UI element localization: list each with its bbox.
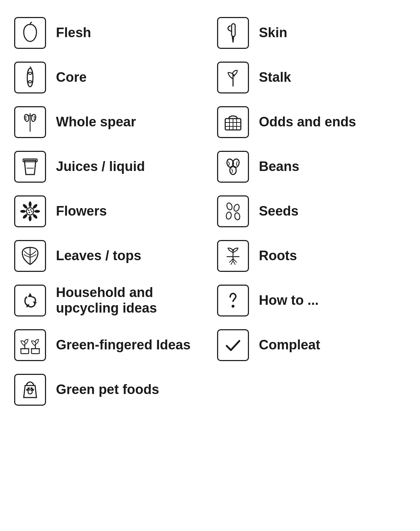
item-roots[interactable]: Roots bbox=[210, 234, 413, 278]
item-seeds[interactable]: Seeds bbox=[210, 189, 413, 234]
household-icon bbox=[14, 285, 46, 316]
svg-point-36 bbox=[22, 203, 28, 209]
item-juices[interactable]: Juices / liquid bbox=[7, 144, 210, 189]
item-flowers[interactable]: Flowers bbox=[7, 189, 210, 234]
item-household[interactable]: Household and upcycling ideas bbox=[7, 278, 210, 323]
how-to-label: How to ... bbox=[259, 293, 319, 308]
beans-label: Beans bbox=[259, 159, 299, 175]
svg-rect-50 bbox=[21, 349, 29, 354]
main-grid: Flesh Skin Core bbox=[7, 11, 413, 412]
green-pet-icon bbox=[14, 374, 46, 406]
leaves-icon bbox=[14, 240, 46, 272]
household-label: Household and upcycling ideas bbox=[56, 285, 203, 316]
flowers-icon bbox=[14, 195, 46, 227]
svg-point-32 bbox=[32, 213, 38, 219]
svg-point-30 bbox=[32, 203, 38, 209]
item-whole-spear[interactable]: Whole spear bbox=[7, 100, 210, 144]
roots-label: Roots bbox=[259, 248, 297, 264]
item-flesh[interactable]: Flesh bbox=[7, 11, 210, 55]
svg-point-33 bbox=[29, 216, 32, 221]
flesh-icon bbox=[14, 17, 46, 49]
svg-point-38 bbox=[28, 210, 29, 211]
compleat-label: Compleat bbox=[259, 337, 320, 353]
item-skin[interactable]: Skin bbox=[210, 11, 413, 55]
roots-icon bbox=[217, 240, 249, 272]
svg-point-1 bbox=[28, 72, 32, 74]
svg-point-27 bbox=[230, 166, 236, 175]
core-label: Core bbox=[56, 70, 87, 85]
item-odds-and-ends[interactable]: Odds and ends bbox=[210, 100, 413, 144]
how-to-icon bbox=[217, 285, 249, 316]
core-icon bbox=[14, 62, 46, 93]
seeds-icon bbox=[217, 195, 249, 227]
green-pet-label: Green pet foods bbox=[56, 382, 159, 398]
svg-rect-53 bbox=[32, 349, 39, 354]
svg-point-35 bbox=[20, 210, 26, 213]
item-core[interactable]: Core bbox=[7, 55, 210, 100]
compleat-icon bbox=[217, 329, 249, 361]
svg-point-59 bbox=[28, 387, 30, 389]
item-green-pet[interactable]: Green pet foods bbox=[7, 367, 210, 412]
seeds-label: Seeds bbox=[259, 204, 299, 219]
svg-point-21 bbox=[27, 160, 28, 161]
juices-icon bbox=[14, 151, 46, 183]
flesh-label: Flesh bbox=[56, 25, 91, 41]
svg-point-45 bbox=[234, 212, 240, 220]
svg-point-40 bbox=[31, 211, 33, 212]
svg-point-60 bbox=[30, 387, 33, 389]
svg-point-37 bbox=[27, 208, 34, 215]
svg-point-23 bbox=[33, 160, 34, 161]
stalk-icon bbox=[217, 62, 249, 93]
svg-point-41 bbox=[29, 212, 30, 213]
green-fingered-label: Green-fingered Ideas bbox=[56, 337, 191, 353]
svg-point-44 bbox=[226, 212, 232, 219]
green-fingered-icon bbox=[14, 329, 46, 361]
whole-spear-label: Whole spear bbox=[56, 114, 136, 130]
flowers-label: Flowers bbox=[56, 204, 107, 219]
svg-point-56 bbox=[28, 390, 32, 394]
item-stalk[interactable]: Stalk bbox=[210, 55, 413, 100]
stalk-label: Stalk bbox=[259, 70, 291, 85]
leaves-label: Leaves / tops bbox=[56, 248, 141, 264]
svg-point-2 bbox=[28, 81, 32, 83]
svg-point-34 bbox=[22, 213, 28, 219]
svg-point-49 bbox=[232, 305, 234, 308]
skin-label: Skin bbox=[259, 25, 287, 41]
svg-rect-0 bbox=[232, 24, 235, 36]
svg-point-26 bbox=[232, 158, 240, 168]
item-green-fingered[interactable]: Green-fingered Ideas bbox=[7, 323, 210, 367]
item-beans[interactable]: Beans bbox=[210, 144, 413, 189]
svg-point-29 bbox=[29, 201, 32, 207]
svg-point-42 bbox=[226, 202, 233, 211]
item-leaves[interactable]: Leaves / tops bbox=[7, 234, 210, 278]
odds-and-ends-label: Odds and ends bbox=[259, 114, 356, 130]
svg-point-43 bbox=[233, 204, 240, 212]
whole-spear-icon bbox=[14, 106, 46, 138]
odds-and-ends-icon bbox=[217, 106, 249, 138]
item-how-to[interactable]: How to ... bbox=[210, 278, 413, 323]
svg-point-39 bbox=[30, 209, 32, 211]
svg-point-31 bbox=[34, 210, 40, 213]
svg-point-22 bbox=[30, 160, 31, 161]
juices-label: Juices / liquid bbox=[56, 159, 145, 175]
beans-icon bbox=[217, 151, 249, 183]
skin-icon bbox=[217, 17, 249, 49]
item-compleat[interactable]: Compleat bbox=[210, 323, 413, 367]
